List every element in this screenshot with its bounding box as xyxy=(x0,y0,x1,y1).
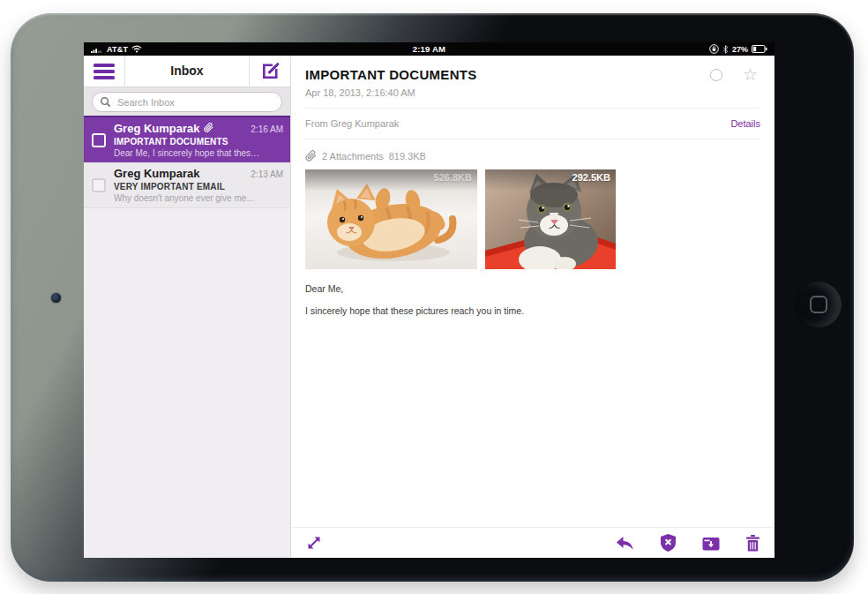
wifi-icon xyxy=(131,45,142,53)
inbox-title: Inbox xyxy=(124,56,250,86)
message-toolbar xyxy=(291,527,774,558)
carrier-label: AT&T xyxy=(107,45,128,54)
message-from: From Greg Kumparak xyxy=(305,118,399,129)
sidebar-empty-area xyxy=(84,208,290,558)
trash-icon xyxy=(746,535,760,552)
expand-button[interactable] xyxy=(306,535,322,551)
attachment-size-label: 292.5KB xyxy=(572,172,610,183)
email-snippet: Dear Me, I sincerely hope that thes… xyxy=(114,148,283,158)
signal-strength-icon xyxy=(91,46,103,53)
email-sender: Greg Kumparak xyxy=(114,122,200,135)
expand-icon xyxy=(306,535,322,551)
delete-button[interactable] xyxy=(746,535,760,552)
email-sender: Greg Kumparak xyxy=(114,167,200,180)
screen: AT&T 2:19 AM 27% xyxy=(84,42,774,558)
search-icon xyxy=(100,96,111,108)
reply-button[interactable] xyxy=(616,536,634,551)
email-list-item[interactable]: Greg Kumparak 2:13 AM VERY IMPORTANT EMA… xyxy=(84,162,290,208)
email-snippet: Why doesn't anyone ever give me… xyxy=(114,193,283,203)
email-subject: IMPORTANT DOCUMENTS xyxy=(114,137,283,147)
star-icon[interactable]: ☆ xyxy=(743,69,758,81)
menu-button[interactable] xyxy=(84,56,124,86)
bluetooth-icon xyxy=(722,45,729,54)
attachment-paperclip-icon xyxy=(204,123,213,132)
status-bar: AT&T 2:19 AM 27% xyxy=(84,42,774,56)
attachment-thumbnail[interactable]: 526.8KB xyxy=(305,169,477,269)
email-time: 2:13 AM xyxy=(251,169,283,179)
message-date: Apr 18, 2013, 2:16:40 AM xyxy=(305,87,760,98)
email-checkbox[interactable] xyxy=(92,133,106,147)
battery-icon xyxy=(752,45,767,53)
mail-app: Inbox xyxy=(84,56,774,558)
reply-icon xyxy=(616,536,634,551)
paperclip-icon xyxy=(305,150,317,162)
email-list-item[interactable]: Greg Kumparak 2:16 AM IMPORTANT DOCUMENT… xyxy=(84,116,290,162)
home-button-glyph xyxy=(810,296,827,313)
divider xyxy=(305,139,760,139)
email-time: 2:16 AM xyxy=(251,124,283,134)
search-section xyxy=(84,86,290,116)
body-line: Dear Me, xyxy=(305,283,760,294)
attachments-total-size: 819.3KB xyxy=(389,151,426,162)
tablet-frame: AT&T 2:19 AM 27% xyxy=(11,13,854,582)
body-line: I sincerely hope that these pictures rea… xyxy=(305,305,760,316)
compose-button[interactable] xyxy=(250,56,290,86)
reading-pane: IMPORTANT DOCUMENTS ☆ Apr 18, 2013, 2:16… xyxy=(291,56,774,558)
attachment-size-label: 526.8KB xyxy=(434,172,472,183)
move-to-folder-icon xyxy=(702,536,720,551)
read-status-toggle[interactable] xyxy=(710,69,722,81)
status-time: 2:19 AM xyxy=(413,44,445,54)
email-subject: VERY IMPORTANT EMAIL xyxy=(114,182,283,192)
attachment-thumbnail[interactable]: 292.5KB xyxy=(485,169,616,269)
orientation-lock-icon xyxy=(709,44,719,54)
message-subject: IMPORTANT DOCUMENTS xyxy=(305,67,477,82)
attachments-count: 2 Attachments xyxy=(322,151,384,162)
inbox-header: Inbox xyxy=(84,56,290,86)
message-body: Dear Me, I sincerely hope that these pic… xyxy=(305,283,760,316)
compose-icon xyxy=(260,61,281,81)
inbox-sidebar: Inbox xyxy=(84,56,291,558)
archive-button[interactable] xyxy=(702,536,720,551)
spam-button[interactable] xyxy=(661,534,676,552)
shield-x-icon xyxy=(661,534,676,552)
divider xyxy=(305,108,760,109)
front-camera-dot xyxy=(51,293,61,303)
details-link[interactable]: Details xyxy=(730,118,760,129)
home-button[interactable] xyxy=(796,282,842,327)
email-checkbox[interactable] xyxy=(92,178,106,192)
battery-percent-label: 27% xyxy=(732,45,748,54)
search-input[interactable] xyxy=(116,96,274,109)
search-box[interactable] xyxy=(92,92,282,112)
